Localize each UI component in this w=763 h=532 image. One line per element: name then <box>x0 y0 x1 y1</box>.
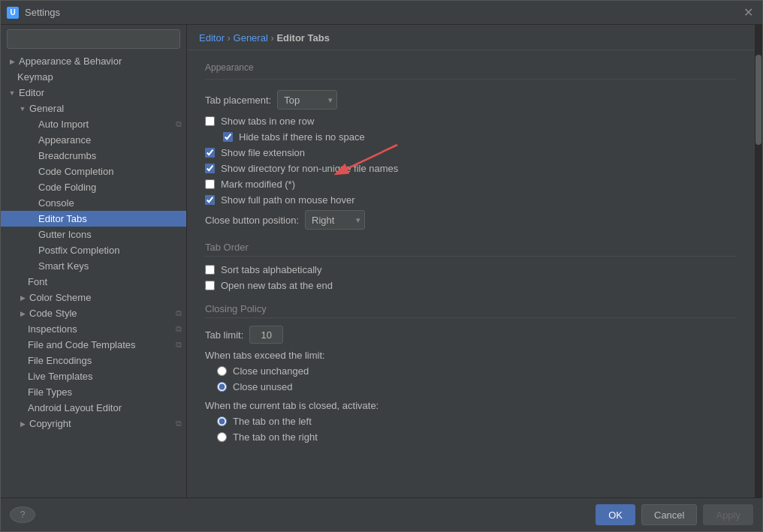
sidebar: ▶ Appearance & Behavior Keymap ▼ Editor … <box>1 25 187 497</box>
breadcrumb-general[interactable]: General <box>234 32 268 44</box>
sidebar-item-file-types[interactable]: File Types <box>1 384 186 400</box>
sidebar-item-label: Code Style <box>29 308 77 319</box>
sidebar-item-label: Breadcrumbs <box>38 150 96 161</box>
close-unused-radio[interactable] <box>217 382 227 392</box>
expand-arrow-icon: ▶ <box>17 308 28 319</box>
close-unchanged-row: Close unchanged <box>205 365 737 377</box>
show-file-ext-checkbox[interactable] <box>205 148 215 158</box>
breadcrumb-current: Editor Tabs <box>276 32 330 44</box>
main-panel: Editor › General › Editor Tabs Appearanc… <box>187 25 755 497</box>
expand-arrow-icon: ▼ <box>17 104 28 114</box>
close-unchanged-radio[interactable] <box>217 366 227 376</box>
sidebar-item-code-folding[interactable]: Code Folding <box>1 179 186 195</box>
sidebar-item-label: Live Templates <box>28 371 92 382</box>
scrollbar[interactable] <box>755 25 762 497</box>
apply-button[interactable]: Apply <box>703 504 753 525</box>
show-directory-checkbox[interactable] <box>205 164 215 173</box>
sidebar-item-live-templates[interactable]: Live Templates <box>1 368 186 384</box>
sidebar-item-android-layout-editor[interactable]: Android Layout Editor <box>1 400 186 416</box>
sidebar-item-editor[interactable]: ▼ Editor <box>1 85 186 101</box>
sidebar-item-color-scheme[interactable]: ▶ Color Scheme <box>1 290 186 305</box>
tab-on-left-label[interactable]: The tab on the left <box>233 416 312 427</box>
sidebar-item-inspections[interactable]: Inspections ⧉ <box>1 321 186 337</box>
close-btn-position-label: Close button position: <box>205 215 299 226</box>
close-unused-row: Close unused <box>205 381 737 392</box>
settings-window: U Settings ✕ ▶ Appearance & Behavior Key… <box>0 0 763 532</box>
tab-limit-label: Tab limit: <box>205 329 243 341</box>
sidebar-item-appearance[interactable]: Appearance <box>1 132 186 148</box>
show-full-path-checkbox[interactable] <box>205 195 215 205</box>
sidebar-item-label: Editor <box>19 87 44 98</box>
sidebar-item-keymap[interactable]: Keymap <box>1 69 186 85</box>
show-directory-label[interactable]: Show directory for non-unique file names <box>221 163 398 174</box>
show-file-ext-label[interactable]: Show file extension <box>221 147 305 158</box>
when-exceed-row: When tabs exceed the limit: <box>205 350 737 361</box>
sort-alphabetically-checkbox[interactable] <box>205 265 215 275</box>
sidebar-item-code-completion[interactable]: Code Completion <box>1 164 186 179</box>
open-new-at-end-label[interactable]: Open new tabs at the end <box>221 280 333 291</box>
sidebar-item-breadcrumbs[interactable]: Breadcrumbs <box>1 148 186 164</box>
close-unchanged-label[interactable]: Close unchanged <box>233 365 309 377</box>
sidebar-item-font[interactable]: Font <box>1 274 186 290</box>
sidebar-item-label: Appearance & Behavior <box>19 56 122 67</box>
tab-placement-select[interactable]: Top Bottom Left Right None <box>277 90 337 110</box>
ok-button[interactable]: OK <box>596 504 635 525</box>
sidebar-item-console[interactable]: Console <box>1 195 186 211</box>
mark-modified-label[interactable]: Mark modified (*) <box>221 179 295 190</box>
footer: ? OK Cancel Apply <box>1 497 762 531</box>
copy-icon: ⧉ <box>176 324 182 334</box>
hide-tabs-checkbox[interactable] <box>223 132 233 142</box>
tab-on-left-radio[interactable] <box>217 416 227 426</box>
sidebar-item-gutter-icons[interactable]: Gutter Icons <box>1 227 186 242</box>
search-box[interactable] <box>7 29 180 49</box>
hide-tabs-no-space-row: Hide tabs if there is no space <box>205 131 737 143</box>
sidebar-item-label: Keymap <box>17 71 53 83</box>
close-btn-position-select[interactable]: Right Left Hidden <box>305 210 365 230</box>
window-title: Settings <box>25 7 740 18</box>
sidebar-item-label: Smart Keys <box>38 260 89 272</box>
tab-on-right-radio[interactable] <box>217 432 227 442</box>
mark-modified-checkbox[interactable] <box>205 179 215 189</box>
show-file-ext-row: Show file extension <box>205 147 737 158</box>
app-icon: U <box>7 7 19 19</box>
sidebar-item-label: File Types <box>28 386 72 398</box>
show-directory-row: Show directory for non-unique file names <box>205 163 737 174</box>
show-tabs-one-row-label[interactable]: Show tabs in one row <box>221 116 314 127</box>
breadcrumb: Editor › General › Editor Tabs <box>187 25 755 50</box>
sidebar-item-auto-import[interactable]: Auto Import ⧉ <box>1 116 186 132</box>
tab-on-right-label[interactable]: The tab on the right <box>233 431 318 443</box>
sidebar-item-file-code-templates[interactable]: File and Code Templates ⧉ <box>1 337 186 353</box>
show-full-path-label[interactable]: Show full path on mouse hover <box>221 194 355 206</box>
copy-icon: ⧉ <box>176 419 182 428</box>
open-new-at-end-row: Open new tabs at the end <box>205 280 737 291</box>
tab-placement-select-wrapper: Top Bottom Left Right None <box>277 90 337 110</box>
sidebar-item-file-encodings[interactable]: File Encodings <box>1 353 186 368</box>
sort-alphabetically-row: Sort tabs alphabetically <box>205 264 737 275</box>
sort-alphabetically-label[interactable]: Sort tabs alphabetically <box>221 264 321 275</box>
close-unused-label[interactable]: Close unused <box>233 381 293 392</box>
sidebar-item-general[interactable]: ▼ General <box>1 101 186 116</box>
open-new-at-end-checkbox[interactable] <box>205 281 215 290</box>
sidebar-item-postfix-completion[interactable]: Postfix Completion <box>1 242 186 258</box>
sidebar-item-smart-keys[interactable]: Smart Keys <box>1 258 186 274</box>
sidebar-item-appearance-behavior[interactable]: ▶ Appearance & Behavior <box>1 53 186 69</box>
cancel-button[interactable]: Cancel <box>641 504 697 525</box>
close-btn-position-select-wrapper: Right Left Hidden <box>305 210 365 230</box>
help-button[interactable]: ? <box>10 506 35 523</box>
search-input[interactable] <box>12 34 175 44</box>
hide-tabs-label[interactable]: Hide tabs if there is no space <box>239 131 365 143</box>
expand-arrow-icon: ▼ <box>7 88 17 98</box>
sidebar-item-code-style[interactable]: ▶ Code Style ⧉ <box>1 305 186 321</box>
tab-order-section-title: Tab Order <box>205 242 737 253</box>
appearance-section-title: Appearance <box>205 62 737 73</box>
close-button[interactable]: ✕ <box>740 5 756 20</box>
show-tabs-one-row-checkbox[interactable] <box>205 116 215 126</box>
sidebar-item-editor-tabs[interactable]: Editor Tabs <box>1 211 186 227</box>
sidebar-item-copyright[interactable]: ▶ Copyright ⧉ <box>1 416 186 431</box>
tab-limit-input[interactable] <box>249 326 283 344</box>
sidebar-item-label: Font <box>28 276 47 287</box>
breadcrumb-editor[interactable]: Editor <box>199 32 225 44</box>
sidebar-item-label: Postfix Completion <box>38 245 119 256</box>
titlebar: U Settings ✕ <box>1 1 762 25</box>
expand-arrow-icon: ▶ <box>17 419 28 429</box>
